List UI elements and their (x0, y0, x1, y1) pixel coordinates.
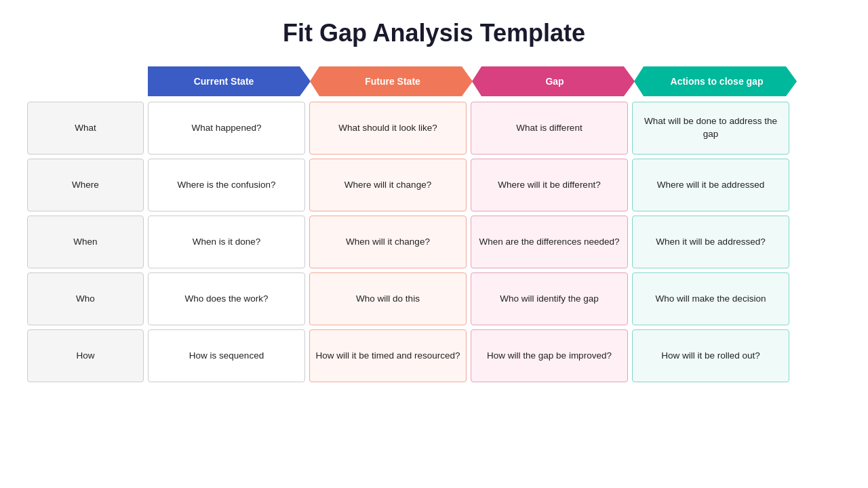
page-title: Fit Gap Analysis Template (283, 19, 585, 47)
table-row: WhatWhat happened?What should it look li… (27, 102, 841, 155)
table-row: HowHow is sequencedHow will it be timed … (27, 329, 841, 382)
table-row: WhoWho does the work?Who will do thisWho… (27, 272, 841, 325)
cell-actions: When it will be addressed? (632, 216, 789, 268)
content-area: Current State Future State Gap Actions t… (27, 66, 841, 382)
cell-current: Who does the work? (148, 272, 305, 325)
header-actions: Actions to close gap (634, 66, 797, 96)
cell-current: What happened? (148, 102, 305, 155)
cell-actions: What will be done to address the gap (632, 102, 789, 155)
cell-gap: How will the gap be improved? (471, 329, 628, 382)
cell-gap: What is different (471, 102, 628, 155)
cell-future: When will it change? (309, 216, 467, 268)
header-row: Current State Future State Gap Actions t… (148, 66, 841, 96)
cell-label: How (27, 329, 144, 382)
page: Fit Gap Analysis Template Current State … (0, 0, 868, 488)
cell-future: What should it look like? (309, 102, 467, 155)
cell-label: Who (27, 272, 144, 325)
cell-current: Where is the confusion? (148, 159, 305, 211)
cell-label: When (27, 216, 144, 268)
header-gap: Gap (472, 66, 635, 96)
cell-gap: When are the differences needed? (471, 216, 628, 268)
cell-future: How will it be timed and resourced? (309, 329, 467, 382)
cell-gap: Who will identify the gap (471, 272, 628, 325)
cell-actions: How will it be rolled out? (632, 329, 789, 382)
cell-actions: Who will make the decision (632, 272, 789, 325)
header-future: Future State (310, 66, 473, 96)
data-rows: WhatWhat happened?What should it look li… (27, 102, 841, 382)
cell-future: Who will do this (309, 272, 467, 325)
table-row: WhenWhen is it done?When will it change?… (27, 216, 841, 268)
cell-future: Where will it change? (309, 159, 467, 211)
cell-current: When is it done? (148, 216, 305, 268)
header-current: Current State (148, 66, 311, 96)
cell-current: How is sequenced (148, 329, 305, 382)
table-row: WhereWhere is the confusion?Where will i… (27, 159, 841, 211)
cell-gap: Where will it be different? (471, 159, 628, 211)
cell-label: What (27, 102, 144, 155)
cell-label: Where (27, 159, 144, 211)
cell-actions: Where will it be addressed (632, 159, 789, 211)
